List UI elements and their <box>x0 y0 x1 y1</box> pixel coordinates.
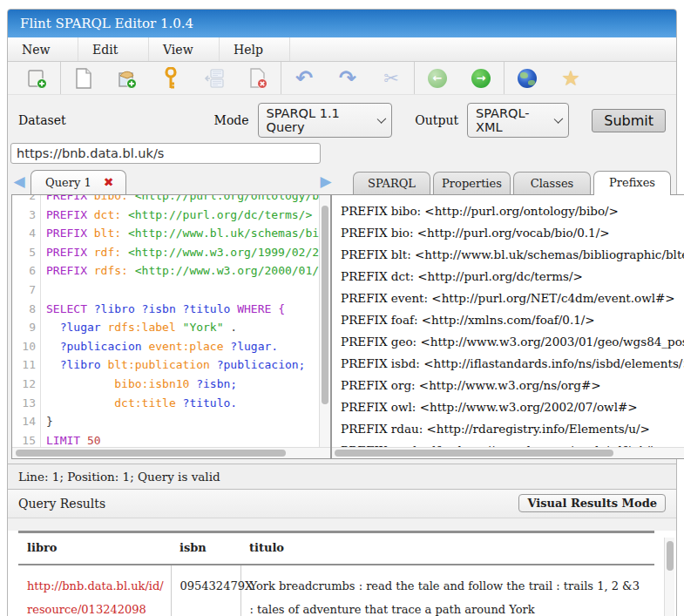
result-titulo: York breadcrumbs : read the tale and fol… <box>240 565 654 616</box>
mode-select-value: SPARQL 1.1 Query <box>267 106 370 134</box>
code-line: dct:title ?titulo. <box>41 394 319 413</box>
result-resource-link[interactable]: http://bnb.data.bl.uk/id/resource/013242… <box>27 575 166 616</box>
menu-edit[interactable]: Edit <box>78 37 149 61</box>
insert-prefixes-icon[interactable] <box>203 67 226 90</box>
code-line <box>41 281 319 300</box>
workspace-panels: 23456789101112131415 PREFIX bibo: <http:… <box>8 194 676 459</box>
code-line: LIMIT 50 <box>41 431 319 447</box>
menu-new[interactable]: New <box>8 37 78 61</box>
prefix-entry: PREFIX rdau: <http://rdaregistry.info/El… <box>341 418 684 440</box>
previous-icon[interactable]: ← <box>426 67 449 90</box>
mode-label: Mode <box>214 113 249 127</box>
toolbar-group <box>60 62 281 94</box>
line-number: 6 <box>12 261 36 281</box>
prefix-entry: PREFIX isbd: <http://iflastandards.info/… <box>341 353 684 375</box>
dataset-info-globe-icon[interactable] <box>516 67 538 90</box>
tabs-scroll-right-icon[interactable]: ▶ <box>318 174 334 189</box>
mode-select[interactable]: SPARQL 1.1 Query <box>258 103 393 138</box>
results-column-libro: libro <box>18 532 171 565</box>
menu-view[interactable]: View <box>149 37 220 61</box>
line-number: 8 <box>12 300 36 319</box>
endpoint-input[interactable] <box>10 143 321 164</box>
line-number: 10 <box>12 337 36 356</box>
output-label: Output <box>415 113 458 127</box>
editor-vscroll-thumb[interactable] <box>322 206 328 404</box>
line-number: 9 <box>12 318 36 337</box>
code-line: } <box>41 412 319 431</box>
dataset-label: Dataset <box>18 113 214 127</box>
prefix-entry: PREFIX bibo: <http://purl.org/ontology/b… <box>341 200 684 222</box>
visual-results-mode-button[interactable]: Visual Results Mode <box>518 494 666 512</box>
line-number: 12 <box>12 375 36 394</box>
line-number: 14 <box>12 412 36 431</box>
chevron-down-icon <box>377 114 387 124</box>
tab-prefixes[interactable]: Prefixes <box>593 171 671 195</box>
close-tab-icon[interactable]: ✖ <box>104 175 114 189</box>
code-line: PREFIX rdfs: <http://www.w3.org/2000/01/ <box>41 261 319 281</box>
tab-query-1[interactable]: Query 1 ✖ <box>30 170 126 194</box>
output-select[interactable]: SPARQL-XML <box>467 103 569 138</box>
keyboard-shortcuts-icon[interactable] <box>159 67 182 90</box>
code-line: ?lugar rdfs:label "York" . <box>41 318 319 337</box>
code-line: PREFIX dct: <http://purl.org/dc/terms/> <box>41 206 319 225</box>
tabs-scroll-left-icon[interactable]: ◀ <box>11 174 27 189</box>
next-icon[interactable]: → <box>470 67 492 90</box>
line-number: 2 <box>12 195 36 206</box>
tab-sparql[interactable]: SPARQL <box>353 172 430 195</box>
tab-band: ◀ Query 1 ✖ ▶ SPARQLPropertiesClassesPre… <box>8 169 676 194</box>
prefixes-hscroll-thumb[interactable] <box>335 450 613 457</box>
side-tab-strip: SPARQLPropertiesClassesPrefixes <box>348 169 673 194</box>
results-vertical-scrollbar[interactable] <box>664 538 674 616</box>
prefix-entry: PREFIX owl: <http://www.w3.org/2002/07/o… <box>341 396 684 418</box>
redo-icon[interactable]: ↷ <box>336 67 359 90</box>
prefixes-pane: PREFIX bibo: <http://purl.org/ontology/b… <box>331 194 684 459</box>
results-vscroll-thumb[interactable] <box>667 541 674 571</box>
undo-icon[interactable]: ↶ <box>293 67 315 90</box>
prefixes-horizontal-scrollbar[interactable] <box>332 447 684 458</box>
tab-classes[interactable]: Classes <box>513 172 591 195</box>
prefix-entry: PREFIX blt: <http://www.bl.uk/schemas/bi… <box>341 244 684 266</box>
prefix-entry: PREFIX event: <http://purl.org/NET/c4dm/… <box>341 288 684 309</box>
result-isbn: 095432479X <box>171 565 240 616</box>
title-bar: Flint SPARQL Editor 1.0.4 <box>8 10 676 37</box>
code-line: PREFIX rdf: <http://www.w3.org/1999/02/2 <box>41 243 319 262</box>
editor-horizontal-scrollbar[interactable] <box>12 447 330 458</box>
toolbar-group: ★ <box>504 62 593 94</box>
cut-icon[interactable]: ✂ <box>380 67 403 90</box>
results-title: Query Results <box>18 497 105 511</box>
tab-properties[interactable]: Properties <box>433 172 511 195</box>
prefix-entry: PREFIX foaf: <http://xmlns.com/foaf/0.1/… <box>341 309 684 331</box>
code-line: PREFIX bibo: <http://purl.org/ontology/b <box>41 195 319 206</box>
line-number: 15 <box>12 431 36 447</box>
delete-query-icon[interactable] <box>247 67 269 90</box>
controls-row: Dataset Mode SPARQL 1.1 Query Output SPA… <box>8 95 676 141</box>
toolbar-group: ↶↷✂ <box>281 62 414 94</box>
code-editor[interactable]: PREFIX bibo: <http://purl.org/ontology/b… <box>41 195 319 447</box>
chevron-down-icon <box>554 114 564 124</box>
new-query-icon[interactable] <box>72 67 95 90</box>
results-header: Query Results Visual Results Mode <box>8 490 676 518</box>
submit-button[interactable]: Submit <box>592 109 666 132</box>
editor-vertical-scrollbar[interactable] <box>319 195 330 447</box>
editor-hscroll-thumb[interactable] <box>16 450 286 457</box>
code-line: ?publicacion event:place ?lugar. <box>41 337 319 356</box>
query-editor-pane: 23456789101112131415 PREFIX bibo: <http:… <box>11 194 331 459</box>
prefix-entry: PREFIX madsrdf: <http://www.loc.gov/mads… <box>341 440 684 447</box>
toolbar-group <box>15 62 60 94</box>
query-tab-label: Query 1 <box>45 176 91 189</box>
bookmark-star-icon[interactable]: ★ <box>559 67 582 90</box>
prefix-entry: PREFIX bio: <http://purl.org/vocab/bio/0… <box>341 222 684 244</box>
prefixes-list: PREFIX bibo: <http://purl.org/ontology/b… <box>332 195 684 447</box>
results-column-isbn: isbn <box>171 532 240 565</box>
prefix-entry: PREFIX org: <http://www.w3.org/ns/org#> <box>341 375 684 396</box>
new-tab-icon[interactable] <box>26 67 49 90</box>
prefix-entry: PREFIX geo: <http://www.w3.org/2003/01/g… <box>341 331 684 353</box>
menu-help[interactable]: Help <box>220 37 290 61</box>
toolbar: ↶↷✂←→★ <box>8 62 676 95</box>
line-number: 5 <box>12 243 36 262</box>
query-tab-strip: ◀ Query 1 ✖ ▶ <box>11 169 335 194</box>
results-body: libroisbntitulo http://bnb.data.bl.uk/id… <box>8 531 676 616</box>
line-number: 13 <box>12 394 36 413</box>
code-line: ?libro blt:publication ?publicacion; <box>41 355 319 375</box>
open-query-icon[interactable] <box>116 67 139 90</box>
